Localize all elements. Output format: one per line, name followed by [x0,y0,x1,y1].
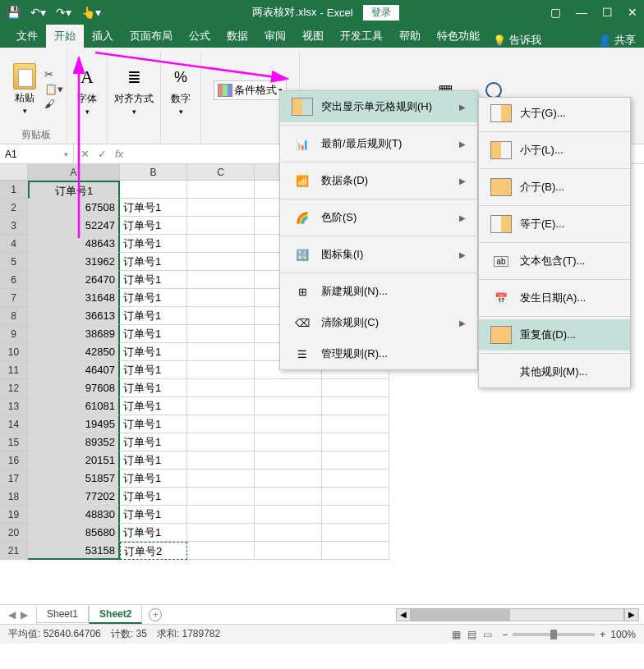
number-button[interactable]: %数字▾ [164,62,197,117]
cell[interactable] [187,181,255,199]
row-header[interactable]: 14 [0,415,28,433]
redo-icon[interactable]: ↷▾ [56,6,71,19]
cell[interactable]: 订单号1 [120,451,187,470]
cell[interactable] [322,470,389,488]
cell[interactable]: 订单号1 [120,397,187,415]
cell[interactable] [255,488,322,506]
cell[interactable] [187,325,255,343]
cell[interactable]: 85680 [28,524,120,542]
cell[interactable] [187,415,255,433]
row-header[interactable]: 8 [0,307,28,325]
col-header-A[interactable]: A [28,164,120,181]
row-header[interactable]: 11 [0,361,28,379]
cell[interactable]: 订单号1 [120,325,187,343]
cell[interactable]: 订单号1 [120,271,187,289]
submenu-less[interactable]: 小于(L)... [479,135,630,166]
cell[interactable]: 38689 [28,325,120,343]
menu-new-rule[interactable]: ⊞新建规则(N)... [280,276,477,307]
cell[interactable]: 订单号1 [28,181,120,199]
cell[interactable] [322,397,389,415]
sheet-tab-1[interactable]: Sheet1 [36,606,89,623]
cell[interactable] [120,181,187,199]
cell[interactable]: 订单号1 [120,307,187,325]
cell[interactable] [322,379,389,397]
cell[interactable] [187,506,255,524]
cell[interactable] [187,470,255,488]
row-header[interactable]: 2 [0,199,28,217]
cell[interactable]: 61081 [28,397,120,415]
cell[interactable]: 订单号1 [120,343,187,361]
tab-help[interactable]: 帮助 [391,25,429,48]
submenu-other[interactable]: 其他规则(M)... [479,356,630,387]
cell[interactable] [255,397,322,415]
paste-button[interactable]: 粘贴 ▾ [8,62,41,117]
tab-insert[interactable]: 插入 [84,25,122,48]
cell[interactable]: 52247 [28,217,120,235]
confirm-formula-icon[interactable]: ✓ [98,148,107,160]
view-layout-icon[interactable]: ▤ [467,629,476,640]
zoom-slider[interactable] [513,633,595,636]
cell[interactable] [322,415,389,433]
row-header[interactable]: 7 [0,289,28,307]
submenu-contains[interactable]: ab文本包含(T)... [479,245,630,277]
row-header[interactable]: 13 [0,397,28,415]
zoom-level[interactable]: 100% [610,629,636,640]
cell[interactable]: 订单号1 [120,524,187,542]
cell[interactable] [187,307,255,325]
cell[interactable] [322,542,389,560]
row-header[interactable]: 17 [0,470,28,488]
cell[interactable]: 48830 [28,506,120,524]
cell[interactable] [255,524,322,542]
cell[interactable] [187,343,255,361]
cell[interactable]: 77202 [28,488,120,506]
cell[interactable]: 67508 [28,199,120,217]
font-button[interactable]: A字体▾ [71,62,104,117]
tab-layout[interactable]: 页面布局 [122,25,181,48]
cell[interactable]: 订单号1 [120,199,187,217]
cell[interactable] [187,542,255,560]
cell[interactable] [187,361,255,379]
cell[interactable]: 订单号1 [120,433,187,451]
cell[interactable] [187,235,255,253]
cell[interactable]: 31962 [28,253,120,271]
cancel-formula-icon[interactable]: ✕ [80,148,90,160]
cell[interactable] [187,217,255,235]
cell[interactable]: 20151 [28,451,120,470]
cell[interactable] [255,470,322,488]
cell[interactable]: 订单号1 [120,379,187,397]
copy-icon[interactable]: 📋▾ [44,83,63,95]
row-header[interactable]: 15 [0,433,28,451]
tab-review[interactable]: 审阅 [256,25,294,48]
tab-formula[interactable]: 公式 [181,25,218,48]
submenu-between[interactable]: 介于(B)... [479,172,630,203]
cell[interactable]: 19495 [28,415,120,433]
cell[interactable]: 订单号1 [120,506,187,524]
menu-databars[interactable]: 📶数据条(D)▶ [280,165,477,196]
menu-colorscales[interactable]: 🌈色阶(S)▶ [280,202,477,233]
submenu-duplicate[interactable]: 重复值(D)... [479,319,630,351]
cell[interactable] [187,524,255,542]
row-header[interactable]: 6 [0,271,28,289]
col-header-C[interactable]: C [187,164,255,181]
cell[interactable]: 订单号1 [120,470,187,488]
tab-special[interactable]: 特色功能 [429,25,488,48]
row-header[interactable]: 10 [0,343,28,361]
cell[interactable] [322,524,389,542]
row-header[interactable]: 18 [0,488,28,506]
horizontal-scrollbar[interactable]: ◀▶ [396,608,639,621]
cell[interactable] [322,488,389,506]
tab-home[interactable]: 开始 [46,25,84,48]
touch-icon[interactable]: 👆▾ [81,6,101,19]
tell-me[interactable]: 💡告诉我 [493,33,541,48]
menu-top-rules[interactable]: 📊最前/最后规则(T)▶ [280,128,477,159]
login-button[interactable]: 登录 [363,5,399,21]
tab-file[interactable]: 文件 [8,25,46,48]
cell[interactable]: 31648 [28,289,120,307]
submenu-greater[interactable]: 大于(G)... [479,98,630,129]
tab-view[interactable]: 视图 [294,25,332,48]
cell[interactable]: 89352 [28,433,120,451]
menu-clear-rules[interactable]: ⌫清除规则(C)▶ [280,307,477,338]
row-header[interactable]: 19 [0,506,28,524]
cell[interactable] [255,433,322,451]
cell[interactable] [187,433,255,451]
